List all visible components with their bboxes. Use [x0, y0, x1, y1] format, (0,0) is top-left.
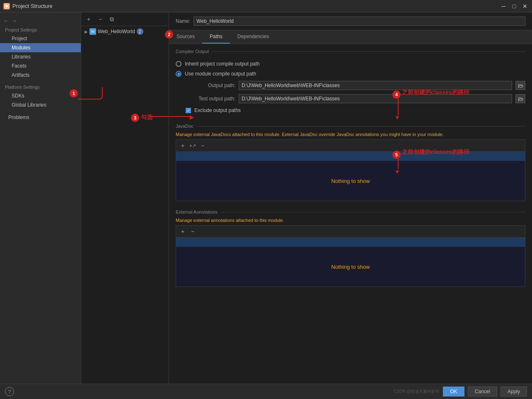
project-settings-header: Project Settings [0, 26, 81, 34]
external-annotations-list-area: Nothing to show [176, 237, 525, 287]
tab-paths[interactable]: Paths [202, 30, 230, 44]
compiler-output-title: Compiler Output [176, 49, 525, 54]
sidebar-item-artifacts[interactable]: Artifacts [0, 71, 81, 80]
sidebar-item-modules[interactable]: Modules [0, 43, 81, 52]
apply-button[interactable]: Apply [501, 387, 527, 397]
external-annotations-title: External Annotations [176, 209, 525, 214]
external-annotations-nothing-to-show: Nothing to show [176, 247, 525, 287]
exclude-checkbox[interactable]: ✓ [186, 108, 191, 113]
tab-dependencies[interactable]: Dependencies [230, 30, 277, 44]
module-tree-panel: + − ⧉ ▶ W Web_HelloWorld 2 [81, 12, 169, 384]
radio-inner-dot [177, 73, 180, 75]
remove-module-button[interactable]: − [96, 15, 104, 23]
sidebar-item-libraries[interactable]: Libraries [0, 52, 81, 61]
panel-content: Compiler Output Inherit project compile … [169, 44, 532, 384]
external-annotations-manage-text: Manage external annotations attached to … [176, 218, 525, 223]
javadoc-section: JavaDoc Manage external JavaDocs attache… [176, 124, 525, 201]
exclude-checkbox-label: Exclude output paths [194, 107, 241, 113]
external-annotations-list-header [176, 238, 525, 247]
name-row: Name: [169, 12, 532, 30]
javadoc-list-toolbar: + +↗ − [176, 139, 525, 151]
javadoc-nothing-to-show: Nothing to show [176, 161, 525, 201]
javadoc-title: JavaDoc [176, 124, 525, 129]
minimize-button[interactable]: ─ [500, 2, 507, 10]
module-icon: W [89, 28, 96, 35]
platform-settings-header: Platform Settings [0, 83, 81, 91]
test-output-path-row: Test output path: 🗁 [186, 92, 525, 105]
copy-module-button[interactable]: ⧉ [108, 15, 116, 23]
sidebar-item-problems[interactable]: Problems [0, 113, 81, 122]
sidebar-item-project[interactable]: Project [0, 34, 81, 43]
sidebar-nav: ← → [0, 16, 81, 26]
output-path-input[interactable] [239, 81, 512, 90]
window-title: Project Structure [12, 3, 53, 9]
test-output-path-label: Test output path: [186, 96, 235, 102]
output-path-browse-button[interactable]: 🗁 [515, 81, 525, 90]
javadoc-list-header [176, 152, 525, 161]
tree-toolbar: + − ⧉ [81, 12, 169, 26]
use-module-radio[interactable] [176, 71, 181, 77]
help-button[interactable]: ? [5, 387, 14, 396]
cancel-button[interactable]: Cancel [468, 387, 497, 397]
app-icon [3, 3, 10, 10]
ok-button[interactable]: OK [443, 387, 464, 397]
module-name-label: Web_HelloWorld [98, 29, 135, 34]
close-button[interactable]: ✕ [521, 2, 529, 10]
compiler-output-section: Compiler Output Inherit project compile … [176, 49, 525, 115]
use-module-radio-row[interactable]: Use module compile output path [176, 69, 525, 79]
bottom-bar: ? CSDN @前途无量的影哥 OK Cancel Apply [0, 384, 532, 399]
module-badge: 2 [137, 28, 143, 35]
tab-sources[interactable]: Sources [169, 30, 202, 44]
check-mark-icon: ✓ [187, 108, 190, 113]
sidebar-item-facets[interactable]: Facets [0, 61, 81, 71]
external-annotations-list-toolbar: + − [176, 225, 525, 237]
inherit-radio[interactable] [176, 61, 181, 67]
javadoc-remove-button[interactable]: − [198, 141, 207, 150]
external-annotations-remove-button[interactable]: − [189, 227, 197, 236]
watermark: CSDN @前途无量的影哥 [394, 389, 440, 394]
sidebar: ← → Project Settings Project Modules Lib… [0, 12, 81, 384]
tabs-bar: Sources Paths Dependencies [169, 30, 532, 44]
inherit-radio-label: Inherit project compile output path [185, 61, 260, 67]
title-bar: Project Structure ─ □ ✕ [0, 0, 532, 12]
use-module-radio-label: Use module compile output path [185, 71, 256, 77]
sidebar-item-global-libraries[interactable]: Global Libraries [0, 100, 81, 109]
name-input[interactable] [193, 17, 525, 26]
name-label: Name: [176, 18, 190, 24]
sidebar-item-sdks[interactable]: SDKs [0, 91, 81, 100]
output-path-label: Output path: [186, 83, 235, 88]
chevron-right-icon: ▶ [85, 29, 88, 34]
module-tree-item[interactable]: ▶ W Web_HelloWorld 2 [81, 26, 169, 37]
external-annotations-section: External Annotations Manage external ann… [176, 209, 525, 287]
javadoc-add-from-button[interactable]: +↗ [189, 141, 197, 150]
javadoc-add-button[interactable]: + [179, 141, 187, 150]
add-module-button[interactable]: + [85, 15, 93, 23]
main-panel: Name: Sources Paths Dependencies Compile… [169, 12, 532, 384]
maximize-button[interactable]: □ [510, 2, 518, 10]
javadoc-manage-text: Manage external JavaDocs attached to thi… [176, 132, 525, 137]
output-path-row: Output path: 🗁 [186, 79, 525, 92]
external-annotations-add-button[interactable]: + [179, 227, 187, 236]
test-output-path-input[interactable] [239, 94, 512, 103]
inherit-radio-row[interactable]: Inherit project compile output path [176, 59, 525, 69]
exclude-checkbox-row[interactable]: ✓ Exclude output paths [186, 105, 525, 115]
svg-rect-1 [5, 5, 8, 7]
back-button[interactable]: ← [3, 17, 9, 24]
javadoc-list-area: Nothing to show [176, 151, 525, 201]
forward-button[interactable]: → [12, 17, 17, 24]
test-output-path-browse-button[interactable]: 🗁 [515, 94, 525, 103]
